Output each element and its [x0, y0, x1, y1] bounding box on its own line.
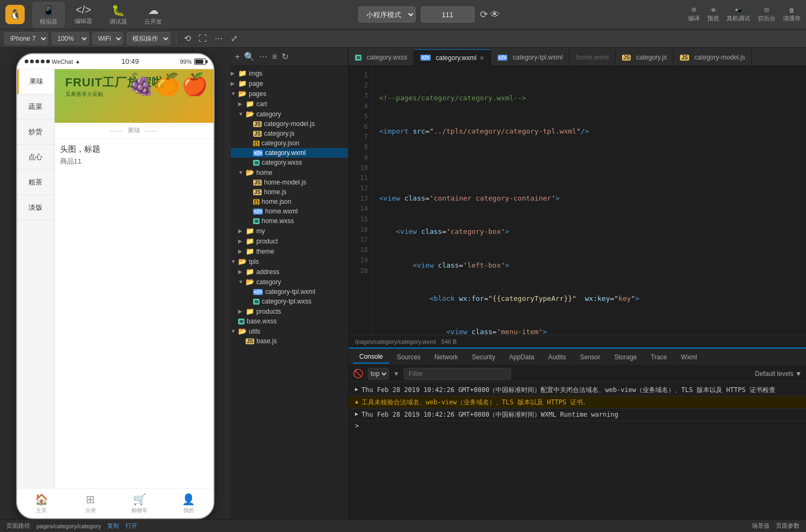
debugger-btn[interactable]: 🐛 调试器	[102, 2, 135, 28]
code-content[interactable]: <!--pages/category/category.wxml--> <imp…	[373, 66, 806, 335]
tree-item-home[interactable]: ▼ 📂 home	[231, 167, 348, 178]
console-tab-storage[interactable]: Storage	[608, 351, 644, 363]
mode-select[interactable]: 小程序模式 插件模式	[358, 6, 416, 23]
tab-category-js[interactable]: JS category.js	[616, 49, 674, 65]
preview-icon: 👁	[711, 7, 716, 13]
tree-item-category-json[interactable]: {} category.json	[231, 138, 348, 148]
tree-item-category-wxss[interactable]: ≋ category.wxss	[231, 158, 348, 167]
nav-item-4[interactable]: 粗茶	[17, 170, 54, 195]
tree-item-address[interactable]: ▶ 📁 address	[231, 267, 348, 277]
network-select[interactable]: WiFi	[92, 32, 123, 45]
tab-category-tpl-wxml[interactable]: </> category-tpl.wxml	[491, 49, 570, 65]
tree-item-category-js[interactable]: JS category.js	[231, 129, 348, 138]
eye-icon[interactable]: 👁	[490, 9, 500, 20]
tree-item-home-wxss[interactable]: ≋ home.wxss	[231, 216, 348, 226]
tree-item-theme[interactable]: ▶ 📁 theme	[231, 246, 348, 256]
tree-item-page[interactable]: ▶ 📁 page	[231, 78, 348, 88]
tree-item-home-json[interactable]: {} home.json	[231, 197, 348, 206]
tab-cart[interactable]: 🛒 购物车	[115, 493, 165, 514]
tree-item-category[interactable]: ▼ 📂 category	[231, 109, 348, 119]
tree-item-product[interactable]: ▶ 📁 product	[231, 236, 348, 246]
tree-item-home-wxml[interactable]: </> home.wxml	[231, 206, 348, 216]
status-open-btn[interactable]: 打开	[125, 522, 137, 530]
tab-profile[interactable]: 👤 我的	[164, 493, 213, 514]
collapse-icon[interactable]: ≡	[272, 52, 277, 62]
tree-item-products[interactable]: ▶ 📁 products	[231, 306, 348, 316]
console-tab-security[interactable]: Security	[465, 351, 501, 363]
expand-icon[interactable]: ⛶	[196, 33, 209, 45]
status-right: 99%	[180, 58, 205, 65]
phone-banner: FRUIT工厂放假啦 瓜果香享大采购 🍇🍊🍎	[55, 69, 213, 123]
tab-home[interactable]: 🏠 主页	[17, 493, 66, 514]
preview-btn[interactable]: 👁 预览	[707, 7, 719, 23]
tree-item-my[interactable]: ▶ 📁 my	[231, 226, 348, 236]
clear-cache-btn[interactable]: 🗑 清缓存	[783, 7, 801, 23]
nav-item-0[interactable]: 果味	[17, 69, 54, 94]
tree-item-home-model-js[interactable]: JS home-model.js	[231, 178, 348, 187]
cloud-btn[interactable]: ☁ 云开发	[137, 2, 169, 28]
console-tab-sources[interactable]: Sources	[390, 351, 427, 363]
console-clear-btn[interactable]: 🚫	[353, 368, 364, 379]
rotate-icon[interactable]: ⟲	[182, 32, 193, 45]
status-copy-btn[interactable]: 复制	[107, 522, 119, 530]
tree-item-tpls[interactable]: ▼ 📂 tpls	[231, 256, 348, 267]
tab-close-1[interactable]: ×	[479, 54, 484, 62]
tree-item-base-wxss[interactable]: ≋ base.wxss	[231, 316, 348, 326]
tree-label-products: products	[256, 308, 281, 315]
tab-category-model-js[interactable]: JS category-model.js	[674, 49, 752, 65]
console-tab-wxml[interactable]: Wxml	[675, 351, 704, 363]
tree-item-home-js[interactable]: JS home.js	[231, 187, 348, 197]
simulator-btn[interactable]: 📱 模拟器	[32, 2, 65, 28]
tree-item-pages[interactable]: ▼ 📂 pages	[231, 88, 348, 99]
status-scene-btn[interactable]: 场景值	[752, 522, 770, 530]
add-file-icon[interactable]: +	[235, 52, 240, 62]
console-tab-appdata[interactable]: AppData	[502, 351, 541, 363]
tree-item-base-js[interactable]: JS base.js	[231, 336, 348, 346]
phone-status-bar: WeChat ▲ 10:49 99%	[17, 54, 213, 69]
debugger-icon: 🐛	[112, 4, 125, 17]
console-tab-sensor[interactable]: Sensor	[574, 351, 607, 363]
backend-btn[interactable]: ⊟ 切后台	[758, 6, 775, 23]
refresh-icon[interactable]: ⟳	[480, 9, 488, 20]
device-select[interactable]: iPhone 7	[4, 32, 48, 45]
tree-item-imgs[interactable]: ▶ 📁 imgs	[231, 68, 348, 78]
console-tab-network[interactable]: Network	[428, 351, 464, 363]
tree-item-utils[interactable]: ▼ 📂 utils	[231, 326, 348, 336]
zoom-select[interactable]: 100%	[51, 32, 89, 45]
sim-operation-select[interactable]: 模拟操作	[127, 32, 171, 45]
tab-category-wxml[interactable]: </> category.wxml ×	[414, 49, 491, 65]
nav-item-3[interactable]: 点心	[17, 145, 54, 170]
more-file-icon[interactable]: ⋯	[259, 51, 268, 62]
console-cursor[interactable]: >	[349, 421, 806, 431]
tree-item-category-model-js[interactable]: JS category-model.js	[231, 119, 348, 129]
console-tab-audits[interactable]: Audits	[542, 351, 572, 363]
refresh-file-icon[interactable]: ↻	[282, 51, 289, 62]
search-file-icon[interactable]: 🔍	[244, 51, 255, 62]
tree-item-category-tpl-wxml[interactable]: </> category-tpl.wxml	[231, 287, 348, 297]
tab-category-wxss[interactable]: ≋ category.wxss	[349, 49, 414, 65]
editor-btn[interactable]: </> 编辑器	[67, 2, 100, 27]
console-text-0: Thu Feb 28 2019 10:42:26 GMT+0800（中国标准时间…	[361, 385, 775, 395]
status-page-params-btn[interactable]: 页面参数	[776, 522, 800, 530]
tree-item-cart[interactable]: ▶ 📁 cart	[231, 99, 348, 109]
tree-item-category-tpl-wxss[interactable]: ≋ category-tpl.wxss	[231, 297, 348, 306]
console-context-select[interactable]: top	[368, 368, 389, 380]
console-default-levels[interactable]: Default levels ▼	[755, 370, 802, 378]
nav-item-1[interactable]: 蔬菜	[17, 94, 54, 120]
compile-btn[interactable]: ⚙ 编译	[688, 6, 700, 23]
real-machine-btn[interactable]: 📲 真机调试	[727, 6, 750, 23]
console-filter-input[interactable]	[404, 368, 511, 380]
tab-category[interactable]: ⊞ 分类	[66, 493, 115, 514]
nav-item-2[interactable]: 炒货	[17, 120, 54, 145]
tab-home-wxml[interactable]: home.wxml	[570, 49, 616, 65]
tree-item-tpls-category[interactable]: ▼ 📂 category	[231, 277, 348, 287]
nav-item-5[interactable]: 淡饭	[17, 195, 54, 220]
resize-icon[interactable]: ⤢	[228, 32, 240, 45]
build-number-input[interactable]	[421, 6, 475, 23]
home-icon: 🏠	[35, 493, 48, 506]
phone-panel: WeChat ▲ 10:49 99% 果味	[0, 48, 231, 519]
console-tab-trace[interactable]: Trace	[645, 351, 674, 363]
more-icon[interactable]: ⋯	[212, 32, 225, 45]
tree-item-category-wxml[interactable]: </> category.wxml	[231, 148, 348, 158]
console-tab-console[interactable]: Console	[353, 351, 389, 364]
